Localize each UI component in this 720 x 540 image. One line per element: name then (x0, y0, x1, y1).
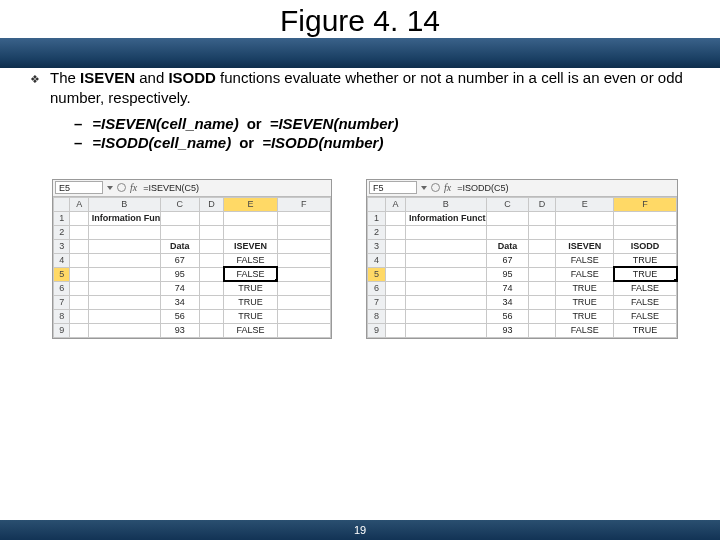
cell (385, 323, 405, 337)
cell (529, 309, 556, 323)
col-header: C (160, 197, 199, 211)
cell: 95 (486, 267, 529, 281)
name-box: F5 (369, 181, 417, 194)
diamond-bullet-icon: ❖ (30, 68, 40, 109)
cell: TRUE (614, 323, 677, 337)
formula-bar: F5 fx =ISODD(C5) (367, 180, 677, 197)
cell (614, 225, 677, 239)
cancel-icon (117, 183, 126, 192)
fx-icon: fx (130, 182, 137, 193)
row-header: 6 (368, 281, 386, 295)
cell (277, 225, 330, 239)
row-header: 7 (368, 295, 386, 309)
cell: FALSE (224, 323, 277, 337)
corner-cell (54, 197, 70, 211)
cell: 67 (160, 253, 199, 267)
cell (199, 309, 224, 323)
col-header: C (486, 197, 529, 211)
syntax-row: – =ISODD(cell_name)or=ISODD(number) (74, 134, 690, 151)
cell (529, 211, 556, 225)
fx-icon: fx (444, 182, 451, 193)
cell: FALSE (224, 253, 277, 267)
cell: ISEVEN (556, 239, 614, 253)
cell: FALSE (614, 295, 677, 309)
cell (486, 211, 529, 225)
col-header: E (224, 197, 277, 211)
row-header: 1 (368, 211, 386, 225)
cell (277, 295, 330, 309)
cell (70, 295, 88, 309)
cell (199, 253, 224, 267)
col-header: E (556, 197, 614, 211)
slide-title-wrap: Figure 4. 14 (0, 4, 720, 38)
cell: TRUE (614, 267, 677, 281)
cell (529, 323, 556, 337)
cell: 34 (486, 295, 529, 309)
cancel-icon (431, 183, 440, 192)
cell (70, 267, 88, 281)
cell: ISODD (614, 239, 677, 253)
cell: ISEVEN (224, 239, 277, 253)
slide-title: Figure 4. 14 (0, 4, 720, 38)
col-header: B (406, 197, 487, 211)
cell: TRUE (224, 309, 277, 323)
cell (199, 281, 224, 295)
row-header: 8 (54, 309, 70, 323)
cell (556, 211, 614, 225)
cell (277, 323, 330, 337)
col-header: B (88, 197, 160, 211)
row-header: 9 (368, 323, 386, 337)
cell (88, 267, 160, 281)
formula-value: =ISODD(C5) (455, 183, 508, 193)
col-header: F (614, 197, 677, 211)
cell (88, 309, 160, 323)
row-header: 6 (54, 281, 70, 295)
col-header: D (529, 197, 556, 211)
dash-icon: – (74, 134, 82, 151)
cell (160, 225, 199, 239)
cell (277, 267, 330, 281)
cell (88, 239, 160, 253)
cell (88, 225, 160, 239)
cell: FALSE (614, 281, 677, 295)
cell: 56 (160, 309, 199, 323)
cell (385, 225, 405, 239)
cell (385, 267, 405, 281)
row-header: 5 (368, 267, 386, 281)
cell (160, 211, 199, 225)
cell (406, 225, 487, 239)
cell (199, 295, 224, 309)
cell (406, 295, 487, 309)
cell: 67 (486, 253, 529, 267)
cell (277, 253, 330, 267)
cell: FALSE (224, 267, 277, 281)
cell: 95 (160, 267, 199, 281)
dropdown-icon (107, 186, 113, 190)
cell: 93 (160, 323, 199, 337)
cell (486, 225, 529, 239)
col-header: D (199, 197, 224, 211)
cell (88, 323, 160, 337)
cell: 34 (160, 295, 199, 309)
row-header: 5 (54, 267, 70, 281)
excel-screenshot-isodd: F5 fx =ISODD(C5) ABCDEF1Information Func… (366, 179, 678, 339)
row-header: 2 (54, 225, 70, 239)
formula-bar: E5 fx =ISEVEN(C5) (53, 180, 331, 197)
cell (529, 225, 556, 239)
row-header: 2 (368, 225, 386, 239)
dash-icon: – (74, 115, 82, 132)
col-header: F (277, 197, 330, 211)
cell: Data (160, 239, 199, 253)
cell (406, 323, 487, 337)
excel-screenshot-iseven: E5 fx =ISEVEN(C5) ABCDEF1Information Fun… (52, 179, 332, 339)
row-header: 1 (54, 211, 70, 225)
cell (88, 281, 160, 295)
row-header: 9 (54, 323, 70, 337)
page-number: 19 (354, 524, 366, 536)
row-header: 7 (54, 295, 70, 309)
cell: FALSE (556, 323, 614, 337)
cell (406, 253, 487, 267)
dropdown-icon (421, 186, 427, 190)
cell (385, 309, 405, 323)
cell (70, 239, 88, 253)
